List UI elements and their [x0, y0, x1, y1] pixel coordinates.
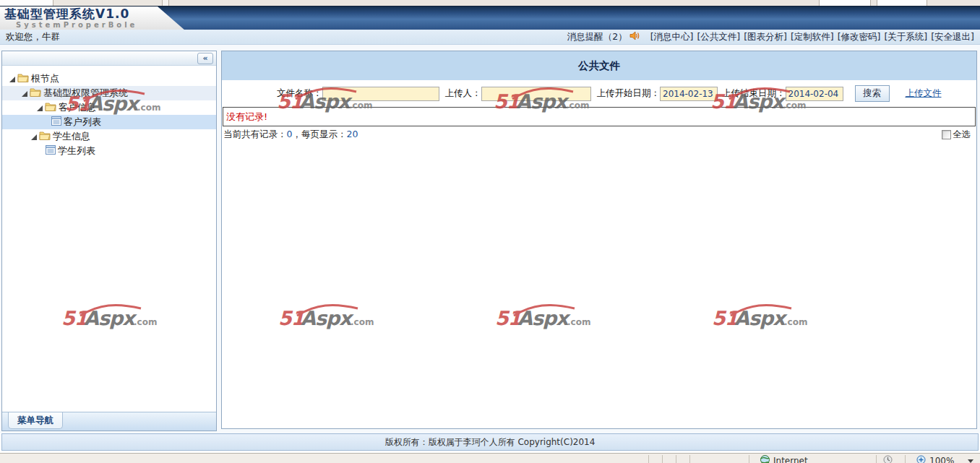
browser-tab-fragment [0, 0, 53, 6]
status-separator [689, 455, 690, 463]
status-separator [905, 455, 906, 463]
welcome-bar: 欢迎您，牛群 消息提醒（2） [消息中心] [公共文件] [图表分析] [定制软… [0, 30, 980, 45]
status-separator [648, 455, 649, 463]
tree-node-student-list[interactable]: 学生列表 [2, 144, 216, 158]
no-records-message: 没有记录! [223, 107, 976, 126]
tree-expand-icon[interactable] [37, 103, 43, 113]
select-all-checkbox[interactable] [942, 130, 951, 139]
record-count-text: 当前共有记录：0，每页显示：20 [223, 129, 358, 141]
tree-node-customer-info[interactable]: 客户信息 [2, 100, 216, 115]
copyright-footer: 版权所有：版权属于李珂个人所有 Copyright(C)2014 [1, 433, 979, 451]
link-chart-analysis[interactable]: [图表分析] [744, 31, 787, 43]
browser-tab-fragment [877, 0, 927, 6]
tree-node-label: 学生信息 [53, 130, 90, 143]
tree-expand-icon[interactable] [31, 131, 37, 142]
select-all-control: 全选 [942, 129, 971, 141]
app-header: 基础型管理系统V1.0 SystemProperBole [0, 6, 980, 30]
security-zone-indicator: Internet [760, 455, 808, 463]
search-toolbar: 文件名称： 上传人： 上传开始日期： 上传结束日期： 搜索 上传文件 [222, 80, 976, 107]
list-page-icon [51, 116, 61, 128]
tree-node-student-info[interactable]: 学生信息 [2, 129, 216, 144]
sidebar-tab-strip: 菜单导航 [2, 412, 216, 430]
select-all-label: 全选 [953, 129, 971, 141]
message-reminder-label: 消息提醒（2） [567, 31, 627, 43]
protected-mode-icon [883, 455, 893, 463]
end-date-label: 上传结束日期： [722, 87, 786, 100]
status-separator [876, 455, 877, 463]
globe-icon [760, 455, 770, 463]
app-title: 基础型管理系统V1.0 [4, 7, 185, 21]
zoom-control[interactable]: 100% [916, 455, 973, 463]
folder-icon [17, 73, 29, 85]
link-message-center[interactable]: [消息中心] [650, 31, 694, 43]
tree-node-label: 客户列表 [64, 116, 101, 129]
browser-tab-fragment [162, 0, 169, 6]
link-public-files[interactable]: [公共文件] [697, 31, 740, 43]
app-subtitle: SystemProperBole [4, 21, 185, 29]
page-size-value: 20 [346, 129, 358, 139]
uploader-label: 上传人： [445, 87, 481, 100]
page-title: 公共文件 [222, 51, 976, 80]
tree-node-label: 根节点 [31, 72, 59, 85]
workspace: « 根节点 基础型权限管理系统 客户信息 [0, 45, 980, 433]
link-change-password[interactable]: [修改密码] [838, 31, 881, 43]
tree-node-root[interactable]: 根节点 [2, 72, 216, 86]
tree-node-label: 基础型权限管理系统 [43, 87, 128, 100]
tree-node-permission-system[interactable]: 基础型权限管理系统 [2, 86, 216, 100]
sidebar-header: « [2, 51, 216, 66]
list-page-icon [46, 145, 56, 157]
upload-file-link[interactable]: 上传文件 [906, 87, 942, 100]
browser-status-bar: Internet 100% [0, 453, 980, 463]
application-window: 基础型管理系统V1.0 SystemProperBole 欢迎您，牛群 消息提醒… [0, 0, 980, 463]
file-name-label: 文件名称： [277, 87, 322, 100]
start-date-label: 上传开始日期： [597, 87, 661, 100]
zoom-level-label: 100% [929, 456, 954, 463]
welcome-greeting: 欢迎您，牛群 [6, 31, 60, 43]
message-reminder[interactable]: 消息提醒（2） [567, 31, 640, 43]
link-about-system[interactable]: [关于系统] [884, 31, 927, 43]
folder-icon [39, 131, 51, 142]
speaker-icon [629, 31, 640, 43]
search-button[interactable]: 搜索 [855, 85, 890, 102]
tree-node-label: 客户信息 [59, 101, 96, 114]
navigation-tree: 根节点 基础型权限管理系统 客户信息 客户列表 [2, 66, 216, 412]
sidebar-panel: « 根节点 基础型权限管理系统 客户信息 [1, 51, 217, 431]
zoom-icon [916, 455, 926, 463]
file-name-input[interactable] [322, 87, 439, 101]
folder-icon [30, 87, 41, 99]
tab-menu-navigation[interactable]: 菜单导航 [8, 412, 63, 429]
end-date-input[interactable] [786, 87, 843, 101]
uploader-input[interactable] [481, 87, 591, 101]
sidebar-collapse-button[interactable]: « [197, 53, 213, 64]
tree-expand-icon[interactable] [9, 74, 15, 85]
folder-icon [45, 102, 56, 113]
status-separator [749, 455, 749, 463]
status-separator [662, 455, 663, 463]
browser-tab-fragment [819, 0, 871, 6]
browser-tab-strip [0, 0, 980, 6]
record-count-row: 当前共有记录：0，每页显示：20 全选 [222, 126, 976, 142]
start-date-input[interactable] [660, 87, 718, 101]
link-custom-software[interactable]: [定制软件] [791, 31, 834, 43]
tree-node-customer-list[interactable]: 客户列表 [2, 115, 216, 129]
zone-label: Internet [773, 456, 808, 463]
zoom-dropdown-arrow[interactable] [968, 459, 973, 463]
tree-expand-icon[interactable] [22, 88, 27, 99]
status-separator [676, 455, 676, 463]
app-logo: 基础型管理系统V1.0 SystemProperBole [0, 7, 185, 30]
tree-node-label: 学生列表 [58, 144, 95, 157]
main-panel: 公共文件 文件名称： 上传人： 上传开始日期： 上传结束日期： 搜索 上传文件 … [221, 51, 977, 429]
link-logout[interactable]: [安全退出] [931, 31, 974, 43]
